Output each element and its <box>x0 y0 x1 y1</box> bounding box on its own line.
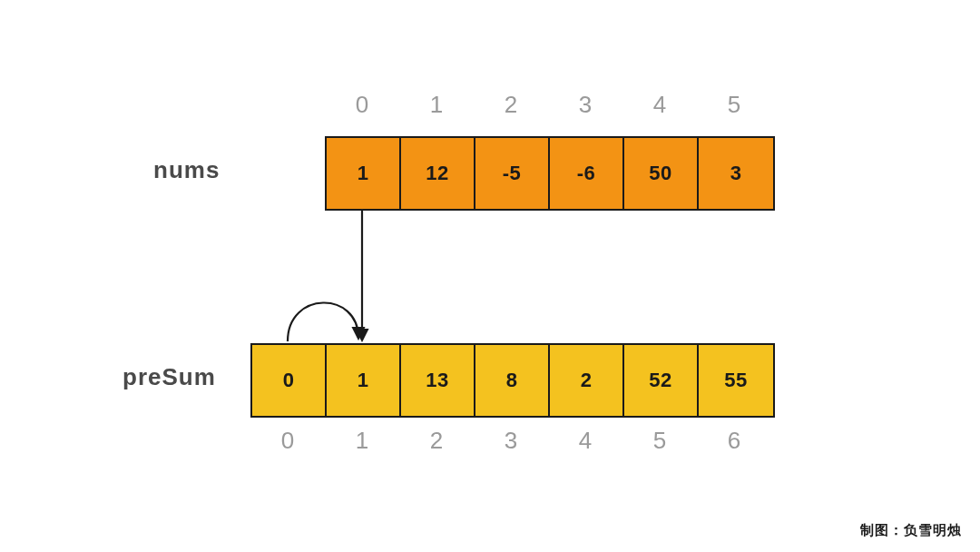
presum-cell: 55 <box>699 345 773 416</box>
presum-index: 4 <box>548 427 622 455</box>
presum-index: 5 <box>622 427 697 455</box>
nums-label: nums <box>153 156 220 184</box>
nums-index: 0 <box>325 91 399 119</box>
presum-cell: 8 <box>475 345 550 416</box>
nums-index-row: 012345 <box>325 91 771 119</box>
arrows-overlay <box>0 0 980 552</box>
presum-cell: 52 <box>624 345 699 416</box>
presum-index-row: 0123456 <box>250 427 771 455</box>
nums-index: 3 <box>548 91 622 119</box>
presum-index: 3 <box>474 427 548 455</box>
presum-cell: 0 <box>252 345 327 416</box>
diagram-canvas: 012345 nums 112-5-6503 preSum 0113825255… <box>0 0 980 552</box>
nums-index: 2 <box>474 91 548 119</box>
credit-text: 制图：负雪明烛 <box>860 522 962 539</box>
presum-cell: 2 <box>550 345 624 416</box>
presum-index: 1 <box>325 427 399 455</box>
nums-cell: -5 <box>475 138 550 209</box>
nums-index: 4 <box>622 91 697 119</box>
presum-cell: 1 <box>327 345 401 416</box>
arrow-arc-presum0-to-presum1 <box>288 302 358 341</box>
nums-array: 112-5-6503 <box>325 136 775 211</box>
presum-index: 6 <box>697 427 771 455</box>
nums-index: 1 <box>399 91 474 119</box>
nums-cell: 12 <box>401 138 475 209</box>
nums-cell: -6 <box>550 138 624 209</box>
nums-cell: 3 <box>699 138 773 209</box>
nums-index: 5 <box>697 91 771 119</box>
presum-index: 0 <box>250 427 325 455</box>
nums-cell: 50 <box>624 138 699 209</box>
presum-array: 0113825255 <box>250 343 775 418</box>
presum-index: 2 <box>399 427 474 455</box>
presum-label: preSum <box>122 363 216 391</box>
presum-cell: 13 <box>401 345 475 416</box>
nums-cell: 1 <box>327 138 401 209</box>
